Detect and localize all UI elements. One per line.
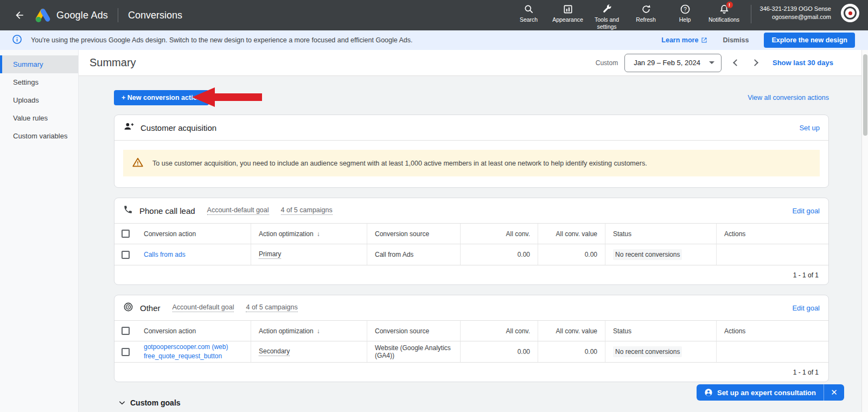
edit-goal-link[interactable]: Edit goal <box>792 304 820 312</box>
warning-icon <box>132 156 144 170</box>
col-all-conv-value[interactable]: All conv. value <box>538 224 605 244</box>
page-title: Summary <box>90 56 136 69</box>
conversion-action-link[interactable]: Calls from ads <box>144 250 186 259</box>
back-icon[interactable] <box>10 5 29 25</box>
explore-new-design-button[interactable]: Explore the new design <box>764 33 855 48</box>
col-action-optimization[interactable]: Action optimization↓ <box>251 224 367 244</box>
close-icon[interactable]: ✕ <box>824 384 844 401</box>
goal-type-label[interactable]: Account-default goal <box>207 206 269 215</box>
optimization-value[interactable]: Primary <box>259 250 281 259</box>
col-conversion-action[interactable]: Conversion action <box>136 224 251 244</box>
chevron-right-icon <box>751 59 758 66</box>
content-area: + New conversion action View all convers… <box>79 76 868 412</box>
col-status[interactable]: Status <box>605 321 717 341</box>
row-checkbox[interactable] <box>122 348 130 356</box>
dismiss-button[interactable]: Dismiss <box>723 36 749 44</box>
status-badge: No recent conversions <box>613 249 682 260</box>
set-up-link[interactable]: Set up <box>799 124 820 132</box>
col-all-conv[interactable]: All conv. <box>461 224 538 244</box>
help-button[interactable]: ? Help <box>667 4 703 23</box>
sidebar-item-custom-variables[interactable]: Custom variables <box>0 127 78 145</box>
top-app-bar: Google Ads Conversions Search Appearance… <box>0 0 868 30</box>
row-actions <box>717 341 828 362</box>
conversion-action-link[interactable]: gotpooperscooper.com (web)free_quote_req… <box>144 343 228 361</box>
optimization-value[interactable]: Secondary <box>259 347 290 356</box>
vertical-scrollbar[interactable] <box>861 50 868 412</box>
account-info[interactable]: 346-321-2139 OGO Sense ogosense@gmail.co… <box>760 5 831 21</box>
table-row: gotpooperscooper.com (web)free_quote_req… <box>114 341 828 362</box>
sidebar-item-summary[interactable]: Summary <box>0 55 78 73</box>
avatar[interactable] <box>841 4 859 22</box>
col-action-optimization[interactable]: Action optimization↓ <box>251 321 367 341</box>
page-header: Summary Custom Jan 29 – Feb 5, 2024 Show… <box>79 50 868 76</box>
campaigns-label[interactable]: 4 of 5 campaigns <box>246 303 297 312</box>
col-all-conv-value[interactable]: All conv. value <box>538 321 605 341</box>
all-conv-value-value: 0.00 <box>538 244 605 265</box>
sidebar-item-settings[interactable]: Settings <box>0 73 78 91</box>
date-mode-label: Custom <box>596 59 618 67</box>
topbar-divider <box>751 5 751 23</box>
appearance-button[interactable]: Appearance <box>550 4 586 23</box>
search-button[interactable]: Search <box>511 4 547 23</box>
col-all-conv[interactable]: All conv. <box>461 321 538 341</box>
chevron-down-icon <box>118 399 126 407</box>
banner-message: You're using the previous Google Ads des… <box>31 36 413 44</box>
date-range-picker[interactable]: Jan 29 – Feb 5, 2024 <box>624 54 722 72</box>
warning-strip: To use customer acquisition, you need to… <box>123 150 820 176</box>
goal-type-label[interactable]: Account-default goal <box>173 303 234 312</box>
previous-period-button[interactable] <box>727 54 745 72</box>
svg-text:?: ? <box>684 7 687 12</box>
select-all-checkbox[interactable] <box>122 230 130 238</box>
tools-settings-button[interactable]: Tools and settings <box>589 4 625 29</box>
customer-acquisition-card: Customer acquisition Set up To use custo… <box>114 115 829 188</box>
row-checkbox[interactable] <box>122 251 130 259</box>
notifications-button[interactable]: ! Notifications <box>706 4 742 23</box>
sidebar-item-value-rules[interactable]: Value rules <box>0 109 78 127</box>
sidebar-item-uploads[interactable]: Uploads <box>0 91 78 109</box>
edit-goal-link[interactable]: Edit goal <box>792 207 820 215</box>
refresh-button[interactable]: Refresh <box>628 4 664 23</box>
expert-consultation-button[interactable]: Set up an expert consultation <box>697 388 824 397</box>
phone-icon <box>123 205 133 217</box>
select-all-checkbox[interactable] <box>122 327 130 335</box>
help-icon: ? <box>680 4 691 15</box>
col-conversion-source[interactable]: Conversion source <box>367 224 461 244</box>
col-actions: Actions <box>717 321 828 341</box>
google-ads-logo[interactable]: Google Ads <box>35 8 108 22</box>
search-icon <box>524 4 534 15</box>
col-conversion-action[interactable]: Conversion action <box>136 321 251 341</box>
section-title: Phone call lead <box>139 206 195 215</box>
account-id: 346-321-2139 OGO Sense <box>760 5 831 13</box>
table-header-row: Conversion action Action optimization↓ C… <box>114 223 828 244</box>
view-all-conversion-actions-link[interactable]: View all conversion actions <box>748 94 829 102</box>
sort-descending-icon: ↓ <box>317 327 320 335</box>
chevron-left-icon <box>733 59 740 66</box>
table-row: Calls from ads Primary Call from Ads 0.0… <box>114 244 828 265</box>
row-actions <box>717 244 828 265</box>
col-conversion-source[interactable]: Conversion source <box>367 321 461 341</box>
learn-more-link[interactable]: Learn more <box>661 36 707 44</box>
show-last-30-days-link[interactable]: Show last 30 days <box>773 59 833 67</box>
person-add-icon <box>123 121 134 134</box>
col-status[interactable]: Status <box>605 224 717 244</box>
pagination: 1 - 1 of 1 <box>114 265 828 284</box>
avatar-logo-icon <box>844 7 857 20</box>
topbar-page-name: Conversions <box>128 10 182 21</box>
all-conv-value-value: 0.00 <box>538 341 605 362</box>
source-value: Website (Google Analytics (GA4)) <box>367 341 461 362</box>
new-conversion-action-button[interactable]: + New conversion action <box>114 90 209 105</box>
expert-person-icon <box>704 388 713 397</box>
campaigns-label[interactable]: 4 of 5 campaigns <box>281 206 333 215</box>
sidebar: Summary Settings Uploads Value rules Cus… <box>0 50 79 412</box>
col-actions: Actions <box>717 224 828 244</box>
refresh-icon <box>641 4 652 15</box>
brand-name: Google Ads <box>56 10 108 21</box>
external-link-icon <box>701 37 707 43</box>
topbar-divider <box>118 8 118 22</box>
next-period-button[interactable] <box>745 54 764 72</box>
expert-consultation-bar: Set up an expert consultation ✕ <box>697 384 844 401</box>
all-conv-value: 0.00 <box>461 244 538 265</box>
scrollbar-thumb[interactable] <box>863 54 867 136</box>
appearance-icon <box>563 4 573 15</box>
table-header-row: Conversion action Action optimization↓ C… <box>114 320 828 341</box>
